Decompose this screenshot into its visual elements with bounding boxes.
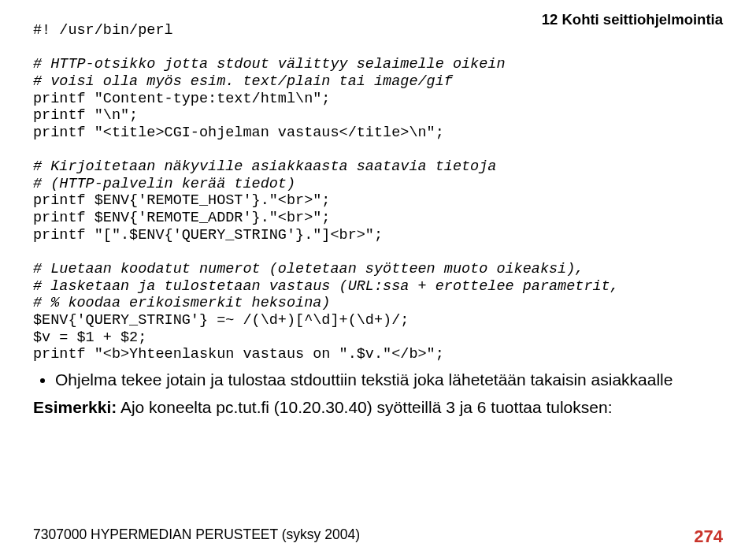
code-line: printf "<b>Yhteenlaskun vastaus on ".$v.… — [33, 346, 444, 363]
code-line: printf $ENV{'REMOTE_HOST'}."<br>"; — [33, 192, 330, 209]
example-line: Esimerkki: Ajo koneelta pc.tut.fi (10.20… — [33, 398, 723, 417]
code-line: $v = $1 + $2; — [33, 329, 146, 346]
code-comment: # (HTTP-palvelin kerää tiedot) — [33, 176, 295, 192]
page-number: 274 — [694, 526, 723, 547]
page-footer: 7307000 HYPERMEDIAN PERUSTEET (syksy 200… — [33, 526, 723, 547]
code-line: printf $ENV{'REMOTE_ADDR'}."<br>"; — [33, 210, 330, 226]
code-block: #! /usr/bin/perl # HTTP-otsikko jotta st… — [33, 22, 723, 363]
example-label: Esimerkki: — [33, 398, 117, 416]
code-line: printf "Content-type:text/html\n"; — [33, 91, 330, 107]
page: 12 Kohti seittiohjelmointia #! /usr/bin/… — [0, 0, 756, 558]
footer-course: 7307000 HYPERMEDIAN PERUSTEET (syksy 200… — [33, 526, 360, 543]
code-line: $ENV{'QUERY_STRING'} =~ /(\d+)[^\d]+(\d+… — [33, 312, 409, 329]
bullet-list: Ohjelma tekee jotain ja tulostaa stdoutt… — [33, 370, 723, 390]
chapter-header: 12 Kohti seittiohjelmointia — [542, 11, 723, 28]
code-line: printf "<title>CGI-ohjelman vastaus</tit… — [33, 125, 444, 141]
code-comment: # Luetaan koodatut numerot (oletetaan sy… — [33, 261, 584, 277]
code-line: printf "[".$ENV{'QUERY_STRING'}."]<br>"; — [33, 227, 383, 244]
code-line: printf "\n"; — [33, 107, 138, 124]
code-comment: # voisi olla myös esim. text/plain tai i… — [33, 73, 453, 90]
bullet-item: Ohjelma tekee jotain ja tulostaa stdoutt… — [55, 370, 723, 390]
code-line: #! /usr/bin/perl — [33, 22, 173, 39]
code-comment: # % koodaa erikoismerkit heksoina) — [33, 295, 330, 311]
example-text: Ajo koneelta pc.tut.fi (10.20.30.40) syö… — [117, 398, 612, 416]
code-comment: # Kirjoitetaan näkyville asiakkaasta saa… — [33, 158, 496, 175]
code-comment: # lasketaan ja tulostetaan vastaus (URL:… — [33, 278, 619, 295]
code-comment: # HTTP-otsikko jotta stdout välittyy sel… — [33, 56, 506, 73]
